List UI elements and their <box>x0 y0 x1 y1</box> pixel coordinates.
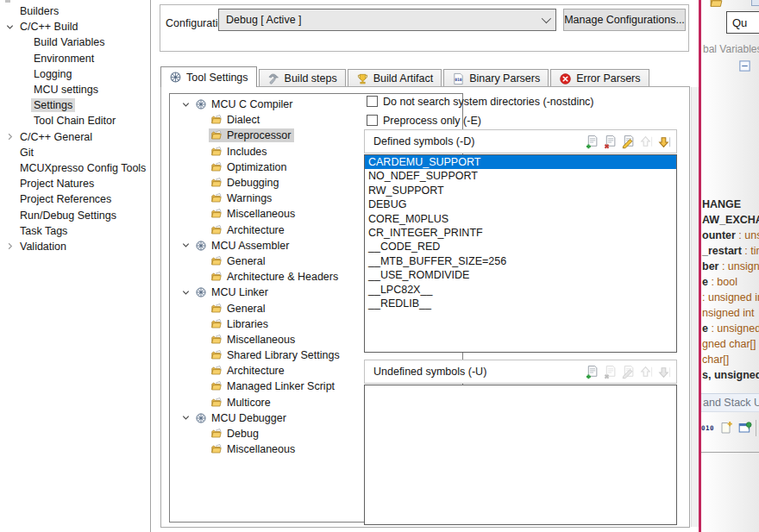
chevron-collapsed-icon[interactable] <box>3 241 17 252</box>
variable-row[interactable]: gned char[] <box>701 336 759 352</box>
chevron-expanded-icon[interactable] <box>179 99 193 110</box>
edit-symbol-icon[interactable] <box>620 365 636 379</box>
category-folder-icon <box>210 129 223 141</box>
sidebar-item-environment[interactable]: Environment <box>0 51 149 66</box>
tab-build-artifact[interactable]: Build Artifact <box>348 69 442 87</box>
properties-nav-tree: Builders C/C++ Build Build Variables Env… <box>0 0 149 532</box>
variable-row[interactable]: e : bool <box>701 274 759 290</box>
twist-spacer <box>194 366 209 376</box>
sidebar-item-run-debug-settings[interactable]: Run/Debug Settings <box>0 207 149 222</box>
collapse-all-icon[interactable] <box>739 60 750 72</box>
sidebar-item-build-variables[interactable]: Build Variables <box>0 34 149 50</box>
variable-row[interactable]: nsigned int <box>701 305 759 321</box>
tab-build-steps[interactable]: Build steps <box>259 69 346 87</box>
twist-spacer <box>3 194 17 204</box>
variable-row[interactable]: char[] <box>701 352 759 367</box>
settings-tabbar: Tool Settings Build steps Build Artifact… <box>160 66 651 87</box>
chevron-expanded-icon[interactable] <box>179 287 193 297</box>
sidebar-item-cpp-build[interactable]: C/C++ Build <box>0 19 149 34</box>
tree-item-label: Miscellaneous <box>227 334 295 346</box>
binary-display-icon[interactable]: 010 <box>701 424 714 432</box>
defined-symbol-item[interactable]: __MTB_BUFFER_SIZE=256 <box>365 254 676 268</box>
defined-symbol-item[interactable]: DEBUG <box>365 197 676 211</box>
defined-symbol-item-selected[interactable]: CARDEMU_SUPPORT <box>365 155 676 169</box>
sidebar-item-builders[interactable]: Builders <box>0 3 149 19</box>
add-symbol-icon[interactable] <box>584 135 599 149</box>
move-down-icon[interactable] <box>656 365 672 379</box>
defined-symbol-item[interactable]: __REDLIB__ <box>365 297 676 310</box>
tree-item-label: MCU Assembler <box>211 240 289 252</box>
move-up-icon[interactable] <box>638 135 654 149</box>
variable-row[interactable]: _restart : time <box>701 243 759 259</box>
tab-label: Error Parsers <box>576 72 640 84</box>
tab-binary-parsers[interactable]: Binary Parsers <box>443 69 549 87</box>
heap-stack-usage-section-header[interactable]: and Stack Us <box>701 393 759 412</box>
chevron-expanded-icon[interactable] <box>179 413 193 423</box>
variable-row[interactable]: : unsigned int <box>701 290 759 305</box>
sidebar-item-settings[interactable]: Settings <box>0 97 149 113</box>
checkbox-label: Preprocess only (-E) <box>383 115 481 127</box>
variable-row[interactable]: e : unsigned i <box>701 321 759 336</box>
sidebar-item-cpp-general[interactable]: C/C++ General <box>0 129 149 145</box>
undefined-symbols-list[interactable] <box>364 385 677 525</box>
add-symbol-icon[interactable] <box>584 365 599 379</box>
sidebar-item-label-selected: Settings <box>31 98 75 112</box>
chevron-expanded-icon[interactable] <box>3 22 17 32</box>
chevron-expanded-icon[interactable] <box>179 241 193 251</box>
sidebar-item-label: Project Natures <box>17 177 97 191</box>
sidebar-item-tool-chain-editor[interactable]: Tool Chain Editor <box>0 113 149 128</box>
sidebar-item-task-tags[interactable]: Task Tags <box>0 223 149 239</box>
sidebar-item-label: Tool Chain Editor <box>31 114 118 128</box>
tree-item-label: General <box>227 303 265 315</box>
tab-tool-settings[interactable]: Tool Settings <box>160 66 257 87</box>
dialog-scrollbar-track[interactable] <box>691 87 699 527</box>
sidebar-item-validation[interactable]: Validation <box>0 239 149 254</box>
checkbox-box-icon[interactable] <box>367 96 378 107</box>
folder-toolbar-icon[interactable] <box>709 0 724 9</box>
variable-row[interactable]: ber : unsigned <box>701 259 759 274</box>
variable-row[interactable]: ounter : unsig <box>701 228 759 243</box>
global-variables-view-tab[interactable]: bal Variables <box>703 43 759 55</box>
edit-symbol-icon[interactable] <box>620 135 636 149</box>
manage-configurations-button[interactable]: Manage Configurations... <box>563 9 686 31</box>
move-down-icon[interactable] <box>656 135 672 149</box>
checkbox-nostdinc[interactable]: Do not search system directories (-nostd… <box>367 94 594 109</box>
defined-symbol-item[interactable]: NO_NDEF_SUPPORT <box>365 169 676 183</box>
twist-spacer <box>194 335 209 345</box>
sidebar-item-mcuxpresso-config-tools[interactable]: MCUXpresso Config Tools <box>0 160 149 176</box>
move-up-icon[interactable] <box>638 365 654 379</box>
checkbox-box-icon[interactable] <box>367 115 378 126</box>
tool-wheel-icon <box>195 412 207 424</box>
clipped-toolbar-icon[interactable] <box>751 0 759 6</box>
configuration-dropdown[interactable]: Debug [ Active ] <box>218 9 556 31</box>
defined-symbol-item[interactable]: __LPC82X__ <box>365 283 676 297</box>
defined-symbol-item[interactable]: __USE_ROMDIVIDE <box>365 268 676 282</box>
sidebar-item-logging[interactable]: Logging <box>0 66 149 82</box>
defined-symbol-item[interactable]: RW_SUPPORT <box>365 184 676 197</box>
checkbox-preprocess-only[interactable]: Preprocess only (-E) <box>367 113 481 128</box>
variable-row[interactable]: s, unsigned ch <box>701 367 759 383</box>
defined-symbol-item[interactable]: CORE_M0PLUS <box>365 212 676 226</box>
defined-symbol-item[interactable]: CR_INTEGER_PRINTF <box>365 226 676 240</box>
tree-item-label: MCU Debugger <box>211 412 286 424</box>
checkbox-label: Do not search system directories (-nostd… <box>383 96 594 108</box>
category-folder-icon <box>210 349 223 361</box>
tab-error-parsers[interactable]: Error Parsers <box>550 69 649 87</box>
tool-wheel-icon <box>195 98 207 110</box>
hammer-icon <box>267 72 280 85</box>
new-file-icon[interactable] <box>719 421 733 435</box>
sidebar-item-git[interactable]: Git <box>0 145 149 160</box>
sidebar-item-label: Build Variables <box>31 35 107 49</box>
chevron-collapsed-icon[interactable] <box>3 132 17 142</box>
defined-symbol-item[interactable]: __CODE_RED <box>365 240 676 253</box>
delete-symbol-icon[interactable] <box>602 135 618 149</box>
sidebar-item-project-references[interactable]: Project References <box>0 191 149 207</box>
sidebar-item-mcu-settings[interactable]: MCU settings <box>0 82 149 97</box>
pin-view-icon[interactable] <box>738 421 752 435</box>
sidebar-item-project-natures[interactable]: Project Natures <box>0 176 149 191</box>
delete-symbol-icon[interactable] <box>602 365 618 379</box>
variable-row[interactable]: HANGE <box>701 197 759 212</box>
quick-search-input[interactable]: Qu <box>726 11 759 34</box>
twist-spacer <box>3 226 17 236</box>
variable-row[interactable]: AW_EXCHANG <box>701 212 759 228</box>
